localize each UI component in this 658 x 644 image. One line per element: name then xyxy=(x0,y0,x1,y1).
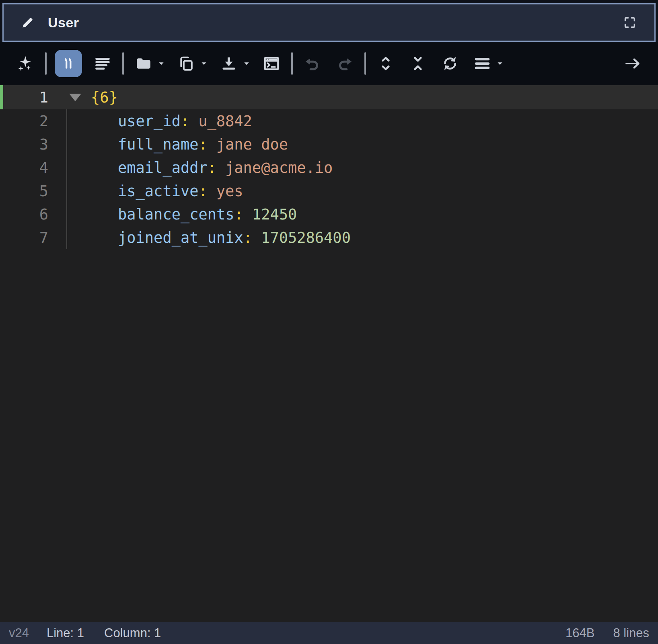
line-number: 6 xyxy=(0,206,48,223)
refresh-icon xyxy=(441,54,459,73)
indent-guide xyxy=(66,109,67,133)
status-right-group: 164B 8 lines xyxy=(565,626,649,640)
fullscreen-icon xyxy=(622,15,637,30)
open-file-button[interactable] xyxy=(132,52,155,75)
cursor-column-label: Column: 1 xyxy=(104,626,161,640)
collapse-all-button[interactable] xyxy=(406,52,430,75)
indent-guide xyxy=(66,133,67,156)
key-value-pair[interactable]: is_active:yes xyxy=(118,183,243,200)
colon-delimiter: : xyxy=(208,159,216,176)
download-icon xyxy=(220,54,238,73)
line-number: 4 xyxy=(0,159,48,176)
expand-all-button[interactable] xyxy=(374,52,397,75)
redo-icon xyxy=(335,54,354,73)
tree-row[interactable]: 6 balance_cents:12450 xyxy=(0,203,658,226)
redo-button[interactable] xyxy=(333,52,356,75)
folder-icon xyxy=(134,54,153,73)
menu-button[interactable] xyxy=(471,52,494,75)
indent-guide xyxy=(66,156,67,179)
tree-row[interactable]: 3 full_name:jane doe xyxy=(0,133,658,156)
undo-button[interactable] xyxy=(301,52,324,75)
chevron-down-icon xyxy=(156,58,167,69)
tree-row[interactable]: 7 joined_at_unix:1705286400 xyxy=(0,226,658,249)
pencil-icon xyxy=(21,15,35,30)
colon-delimiter: : xyxy=(198,136,207,153)
colon-delimiter: : xyxy=(181,113,189,130)
chevron-down-icon xyxy=(199,58,209,69)
line-number: 3 xyxy=(0,136,48,153)
panel-title: User xyxy=(48,15,79,31)
property-key[interactable]: user_id xyxy=(118,113,181,130)
console-button[interactable] xyxy=(260,52,283,75)
refresh-button[interactable] xyxy=(438,52,462,75)
line-number: 1 xyxy=(0,89,48,106)
document-size-label: 164B xyxy=(565,626,594,640)
indent-guide xyxy=(66,226,67,249)
colon-delimiter: : xyxy=(243,229,252,246)
toggle-quotes-button[interactable] xyxy=(55,50,82,77)
property-value[interactable]: u_8842 xyxy=(198,113,252,130)
property-key[interactable]: email_addr xyxy=(118,159,208,176)
property-value[interactable]: jane@acme.io xyxy=(225,159,333,176)
key-value-pair[interactable]: balance_cents:12450 xyxy=(118,206,297,223)
chevron-down-icon xyxy=(495,58,505,69)
tree-row[interactable]: 4 email_addr:jane@acme.io xyxy=(0,156,658,179)
compact-button[interactable] xyxy=(91,52,114,75)
sparkles-icon xyxy=(16,54,35,73)
hamburger-menu-icon xyxy=(473,54,491,73)
colon-delimiter: : xyxy=(234,206,243,223)
editor-header: User xyxy=(2,3,656,42)
colon-delimiter: : xyxy=(198,183,207,200)
property-key[interactable]: is_active xyxy=(118,183,198,200)
line-count-label: 8 lines xyxy=(613,626,649,640)
download-menu-button[interactable] xyxy=(241,52,253,75)
status-bar: v24 Line: 1 Column: 1 164B 8 lines xyxy=(0,622,658,644)
object-collapsed-marker[interactable]: {6} xyxy=(91,89,118,106)
arrow-right-icon xyxy=(623,54,642,73)
tree-row[interactable]: 5 is_active:yes xyxy=(0,179,658,203)
menu-caret-button[interactable] xyxy=(494,52,506,75)
tree-row[interactable]: 2 user_id:u_8842 xyxy=(0,109,658,133)
key-value-pair[interactable]: email_addr:jane@acme.io xyxy=(118,159,333,176)
line-number: 5 xyxy=(0,183,48,200)
format-sparkles-button[interactable] xyxy=(14,52,37,75)
indent-guide xyxy=(66,179,67,203)
key-value-pair[interactable]: full_name:jane doe xyxy=(118,136,288,153)
cursor-line-label: Line: 1 xyxy=(47,626,84,640)
property-key[interactable]: balance_cents xyxy=(118,206,234,223)
property-value[interactable]: 1705286400 xyxy=(261,229,351,246)
property-key[interactable]: joined_at_unix xyxy=(118,229,243,246)
indent-guide xyxy=(66,203,67,226)
quotes-icon xyxy=(59,54,78,73)
copy-icon xyxy=(177,54,195,73)
key-value-pair[interactable]: joined_at_unix:1705286400 xyxy=(118,229,351,246)
property-value[interactable]: jane doe xyxy=(216,136,288,153)
key-value-pair[interactable]: user_id:u_8842 xyxy=(118,113,252,130)
property-key[interactable]: full_name xyxy=(118,136,198,153)
expand-icon xyxy=(376,54,395,73)
json-tree-editor[interactable]: 1 {6} 2 user_id:u_8842 3 full_name:jane … xyxy=(0,85,658,622)
fullscreen-button[interactable] xyxy=(622,15,637,30)
editor-toolbar xyxy=(0,42,658,85)
next-panel-button[interactable] xyxy=(621,52,644,75)
version-label: v24 xyxy=(9,626,29,640)
property-value[interactable]: 12450 xyxy=(252,206,297,223)
align-left-icon xyxy=(93,54,112,73)
toolbar-divider xyxy=(45,52,47,75)
toolbar-divider xyxy=(122,52,124,75)
copy-button[interactable] xyxy=(175,52,198,75)
line-number: 7 xyxy=(0,229,48,246)
tree-root-row[interactable]: 1 {6} xyxy=(0,85,658,109)
fold-toggle-icon[interactable] xyxy=(69,94,81,101)
terminal-icon xyxy=(262,54,281,73)
collapse-icon xyxy=(409,54,427,73)
property-value[interactable]: yes xyxy=(216,183,243,200)
undo-icon xyxy=(303,54,322,73)
open-file-menu-button[interactable] xyxy=(155,52,167,75)
toolbar-divider xyxy=(364,52,366,75)
chevron-down-icon xyxy=(241,58,252,69)
copy-menu-button[interactable] xyxy=(198,52,210,75)
download-button[interactable] xyxy=(217,52,241,75)
tree-rows: 2 user_id:u_8842 3 full_name:jane doe 4 … xyxy=(0,109,658,249)
line-number: 2 xyxy=(0,113,48,130)
